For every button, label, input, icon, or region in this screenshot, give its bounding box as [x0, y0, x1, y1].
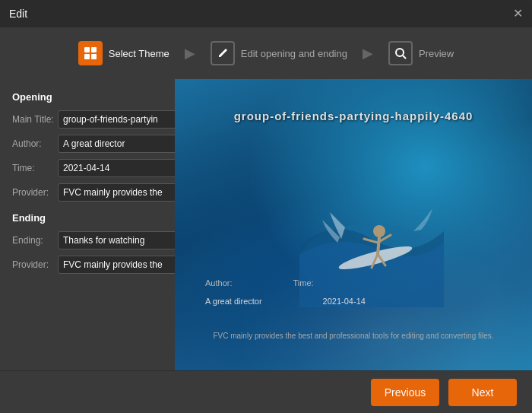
previous-button[interactable]: Previous: [371, 379, 439, 406]
step2-label: Edit opening and ending: [241, 48, 347, 59]
preview-area: group-of-friends-partying-happily-4640 A…: [175, 79, 532, 370]
ending-label: Ending:: [12, 235, 58, 246]
edit-icon: [211, 41, 235, 65]
author-meta-value: A great director: [205, 294, 262, 310]
provider-row: Provider:: [12, 183, 163, 202]
step2-edit-opening[interactable]: Edit opening and ending: [198, 35, 359, 71]
select-theme-icon: [78, 41, 103, 65]
next-button[interactable]: Next: [448, 379, 517, 406]
svg-line-5: [403, 56, 406, 59]
svg-rect-3: [91, 54, 97, 59]
preview-meta: Author: Time: A great director 2021-04-1…: [205, 276, 366, 310]
author-meta-label: Author:: [205, 276, 232, 291]
time-input[interactable]: [58, 159, 175, 177]
content-area: Opening Main Title: Author: Time: Provid…: [0, 79, 532, 370]
toolbar: Select Theme ▶ Edit opening and ending ▶…: [0, 27, 532, 79]
svg-rect-0: [84, 47, 90, 52]
opening-section-title: Opening: [12, 91, 163, 103]
main-title-label: Main Title:: [12, 114, 58, 125]
svg-point-4: [396, 49, 404, 56]
svg-line-9: [378, 237, 379, 254]
ending-input[interactable]: [58, 231, 175, 249]
preview-icon: [388, 41, 413, 65]
author-row: Author:: [12, 135, 163, 153]
svg-rect-2: [84, 54, 90, 59]
footer: Previous Next: [0, 370, 532, 413]
ending-section-title: Ending: [12, 212, 163, 224]
edit-window: Edit ✕ Select Theme ▶ Edit opening a: [0, 0, 532, 413]
author-input[interactable]: [58, 135, 175, 153]
main-title-row: Main Title:: [12, 110, 163, 129]
step1-label: Select Theme: [109, 48, 169, 59]
ending-section: Ending Ending: Provider:: [12, 212, 163, 274]
ending-provider-label: Provider:: [12, 259, 58, 270]
title-bar: Edit ✕: [0, 0, 532, 27]
provider-label: Provider:: [12, 187, 58, 198]
step3-preview[interactable]: Preview: [376, 35, 466, 71]
svg-point-8: [373, 225, 385, 237]
step3-label: Preview: [419, 48, 454, 59]
time-meta-label: Time:: [293, 276, 313, 291]
svg-rect-1: [91, 47, 97, 52]
time-row: Time:: [12, 159, 163, 177]
preview-provider-text: FVC mainly provides the best and profess…: [175, 332, 532, 340]
arrow1-icon: ▶: [185, 45, 195, 62]
step1-select-theme[interactable]: Select Theme: [66, 35, 182, 71]
meta-labels: Author: Time:: [205, 276, 366, 291]
author-label: Author:: [12, 138, 58, 149]
left-panel: Opening Main Title: Author: Time: Provid…: [0, 79, 175, 370]
time-label: Time:: [12, 163, 58, 173]
ending-provider-row: Provider:: [12, 256, 163, 274]
ending-row: Ending:: [12, 231, 163, 249]
main-title-input[interactable]: [58, 110, 175, 129]
window-title: Edit: [9, 8, 27, 20]
close-button[interactable]: ✕: [513, 8, 523, 20]
meta-values: A great director 2021-04-14: [205, 294, 366, 310]
preview-title: group-of-friends-partying-happily-4640: [175, 110, 532, 122]
time-meta-value: 2021-04-14: [323, 294, 366, 310]
provider-input[interactable]: [58, 183, 175, 202]
arrow2-icon: ▶: [363, 45, 373, 62]
ending-provider-input[interactable]: [58, 256, 175, 274]
